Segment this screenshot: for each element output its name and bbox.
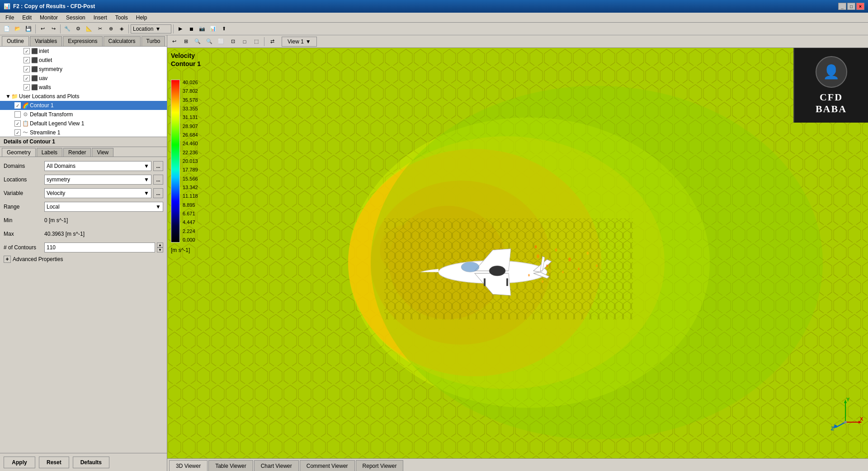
play-btn[interactable]: ▶ [175, 24, 185, 34]
min-value: 0 [m s^-1] [44, 217, 68, 224]
domains-ellipsis[interactable]: ... [153, 161, 163, 171]
maximize-button[interactable]: □ [847, 3, 855, 10]
tree-item-outlet[interactable]: ⬛ outlet [0, 56, 167, 65]
tree-item-contour1[interactable]: 🌈 Contour 1 [0, 101, 167, 110]
zoom-out[interactable]: 🔍 [204, 37, 214, 47]
export-btn[interactable]: ⬆ [219, 24, 229, 34]
sep3 [128, 24, 129, 33]
close-button[interactable]: × [856, 3, 864, 10]
check-legend[interactable] [14, 120, 21, 127]
stop-btn[interactable]: ⏹ [186, 24, 196, 34]
tb1[interactable]: 🔧 [62, 24, 72, 34]
contours-up[interactable]: ▲ [157, 243, 163, 247]
tb4[interactable]: ✂ [95, 24, 105, 34]
tab-3d-viewer[interactable]: 3D Viewer [169, 460, 208, 471]
details-tab-render[interactable]: Render [63, 148, 91, 157]
tab-expressions[interactable]: Expressions [63, 36, 102, 46]
locations-ellipsis[interactable]: ... [153, 175, 163, 185]
check-contour1[interactable] [14, 102, 21, 109]
details-content: Domains All Domains ▼ ... Locations s [0, 157, 167, 453]
tree-item-streamline1[interactable]: 〜 Streamline 1 [0, 128, 167, 137]
check-walls[interactable] [24, 84, 30, 90]
check-transform[interactable] [14, 111, 21, 118]
tb2[interactable]: ⚙ [73, 24, 83, 34]
sync-views[interactable]: ⇄ [267, 37, 277, 47]
range-dropdown[interactable]: Local ▼ [44, 202, 163, 212]
logo-baba-text: BABA [816, 103, 847, 115]
tree-item-symmetry[interactable]: ⬛ symmetry [0, 65, 167, 74]
right-panel: ↩ ⊞ 🔍 🔍 ⬜ ⊡ □ ⬚ ⇄ View 1 ▼ [167, 35, 868, 471]
range-row: Range Local ▼ [4, 201, 163, 212]
view1-tab[interactable]: View 1 ▼ [282, 37, 317, 47]
advanced-expand-icon[interactable]: + [4, 256, 11, 263]
tree-item-defaultlegend[interactable]: 📋 Default Legend View 1 [0, 119, 167, 128]
save-btn[interactable]: 💾 [24, 24, 33, 34]
zoom-fit[interactable]: ⊞ [181, 37, 191, 47]
tab-comment-viewer[interactable]: Comment Viewer [300, 460, 355, 471]
variable-dropdown[interactable]: Velocity ▼ [44, 188, 151, 198]
tb5[interactable]: ⊕ [106, 24, 116, 34]
location-dropdown[interactable]: Location ▼ [131, 24, 171, 33]
tree-item-userlocations[interactable]: ▼ 📁 User Locations and Plots [0, 92, 167, 101]
menu-help[interactable]: Help [132, 14, 151, 22]
graph-btn[interactable]: 📊 [208, 24, 218, 34]
logo-avatar: 👤 [816, 56, 847, 88]
check-uav[interactable] [24, 75, 30, 81]
view-tb1[interactable]: ↩ [169, 37, 179, 47]
tree-item-uav[interactable]: ⬛ uav [0, 74, 167, 83]
menu-monitor[interactable]: Monitor [36, 14, 61, 22]
locations-dropdown[interactable]: symmetry ▼ [44, 175, 151, 185]
boundary-icon-4: ⬛ [31, 75, 38, 82]
svg-rect-15 [484, 278, 486, 286]
tab-calculators[interactable]: Calculators [104, 36, 141, 46]
check-symmetry[interactable] [24, 66, 30, 72]
new-btn[interactable]: 📄 [2, 24, 12, 34]
check-inlet[interactable] [24, 48, 30, 54]
zoom-box[interactable]: ⬜ [216, 37, 226, 47]
view-reset[interactable]: ⊡ [228, 37, 238, 47]
open-btn[interactable]: 📂 [13, 24, 23, 34]
details-tab-view[interactable]: View [92, 148, 113, 157]
tab-outline[interactable]: Outline [2, 36, 29, 46]
advanced-row[interactable]: + Advanced Properties [4, 256, 163, 263]
check-streamline[interactable] [14, 129, 21, 136]
viewer-tabs: 3D Viewer Table Viewer Chart Viewer Comm… [167, 458, 868, 471]
view-dropdown-arrow[interactable]: ▼ [306, 38, 311, 45]
tb3[interactable]: 📐 [84, 24, 94, 34]
reset-button[interactable]: Reset [39, 457, 69, 468]
zoom-in[interactable]: 🔍 [193, 37, 203, 47]
colorbar-val-2: 35.578 [183, 97, 198, 103]
svg-point-21 [568, 257, 571, 261]
cam-btn[interactable]: 📷 [197, 24, 207, 34]
minimize-button[interactable]: _ [838, 3, 846, 10]
view-3d[interactable]: □ [240, 37, 250, 47]
apply-button[interactable]: Apply [4, 457, 35, 468]
svg-point-26 [535, 245, 537, 248]
tree-item-walls[interactable]: ⬛ walls [0, 83, 167, 92]
redo-btn[interactable]: ↪ [48, 24, 58, 34]
tree-item-inlet[interactable]: ⬛ inlet [0, 47, 167, 56]
tab-variables[interactable]: Variables [30, 36, 62, 46]
menu-edit[interactable]: Edit [19, 14, 35, 22]
tab-turbo[interactable]: Turbo [142, 36, 165, 46]
tab-chart-viewer[interactable]: Chart Viewer [254, 460, 299, 471]
tab-table-viewer[interactable]: Table Viewer [208, 460, 253, 471]
view-save[interactable]: ⬚ [251, 37, 261, 47]
menu-session[interactable]: Session [62, 14, 89, 22]
menu-insert[interactable]: Insert [90, 14, 111, 22]
contours-input[interactable]: 110 [44, 243, 155, 252]
domains-dropdown[interactable]: All Domains ▼ [44, 161, 151, 171]
contours-down[interactable]: ▼ [157, 247, 163, 252]
legend-icon: 📋 [22, 120, 29, 127]
menu-tools[interactable]: Tools [112, 14, 132, 22]
tab-report-viewer[interactable]: Report Viewer [356, 460, 404, 471]
variable-ellipsis[interactable]: ... [153, 188, 163, 198]
undo-btn[interactable]: ↩ [38, 24, 47, 34]
details-tab-geometry[interactable]: Geometry [2, 148, 36, 157]
tree-item-defaulttransform[interactable]: ⚙ Default Transform [0, 110, 167, 119]
menu-file[interactable]: File [2, 14, 18, 22]
defaults-button[interactable]: Defaults [73, 457, 109, 468]
tb6[interactable]: ◈ [117, 24, 127, 34]
details-tab-labels[interactable]: Labels [37, 148, 62, 157]
check-outlet[interactable] [24, 57, 30, 63]
